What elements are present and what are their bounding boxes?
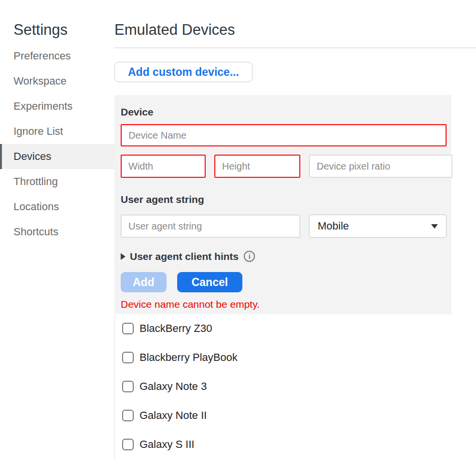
device-checkbox[interactable] [122, 352, 134, 363]
expand-right-icon [121, 253, 126, 260]
device-row: Blackberry PlayBook [115, 343, 476, 372]
device-list: BlackBerry Z30 Blackberry PlayBook Galax… [114, 314, 476, 459]
user-agent-row: Mobile [121, 215, 447, 238]
device-label: Galaxy Note 3 [140, 380, 207, 393]
device-checkbox[interactable] [122, 410, 134, 421]
width-input[interactable] [121, 155, 206, 178]
device-row: BlackBerry Z30 [115, 314, 476, 343]
device-checkbox[interactable] [122, 381, 134, 392]
device-label: Blackberry PlayBook [140, 351, 238, 364]
device-row: Galaxy Note 3 [115, 372, 476, 401]
header-divider [114, 47, 476, 48]
settings-title: Settings [14, 21, 114, 39]
user-agent-type-value: Mobile [318, 220, 349, 232]
custom-device-form: Device User agent string Mobile User age… [114, 95, 451, 314]
settings-nav: Preferences Workspace Experiments Ignore… [0, 43, 114, 244]
sidebar-item-shortcuts[interactable]: Shortcuts [0, 219, 114, 244]
device-section-label: Device [121, 106, 447, 118]
cancel-button[interactable]: Cancel [177, 272, 242, 292]
chevron-down-icon [431, 224, 438, 229]
sidebar-item-experiments[interactable]: Experiments [0, 94, 114, 119]
client-hints-toggle[interactable]: User agent client hints i [121, 250, 447, 262]
user-agent-type-select[interactable]: Mobile [309, 215, 447, 238]
add-button[interactable]: Add [121, 272, 167, 292]
validation-error-message: Device name cannot be empty. [121, 298, 447, 310]
user-agent-section-label: User agent string [121, 193, 447, 205]
sidebar-item-workspace[interactable]: Workspace [0, 69, 114, 94]
page-title: Emulated Devices [114, 21, 476, 39]
sidebar-item-preferences[interactable]: Preferences [0, 43, 114, 69]
device-checkbox[interactable] [122, 439, 134, 450]
form-buttons-row: Add Cancel [121, 272, 447, 292]
device-row: Galaxy S III [115, 430, 476, 459]
settings-sidebar: Settings Preferences Workspace Experimen… [0, 0, 114, 459]
emulated-devices-panel: Emulated Devices Add custom device... De… [114, 0, 476, 459]
sidebar-item-throttling[interactable]: Throttling [0, 169, 114, 194]
device-label: BlackBerry Z30 [140, 322, 212, 335]
info-icon[interactable]: i [244, 251, 255, 262]
user-agent-string-input[interactable] [121, 215, 300, 238]
device-label: Galaxy Note II [140, 409, 207, 422]
sidebar-item-devices[interactable]: Devices [0, 144, 114, 169]
height-input[interactable] [214, 155, 300, 178]
device-label: Galaxy S III [140, 438, 195, 451]
device-pixel-ratio-input[interactable] [309, 155, 452, 178]
device-checkbox[interactable] [122, 323, 134, 334]
sidebar-item-ignore-list[interactable]: Ignore List [0, 119, 114, 144]
add-custom-device-button[interactable]: Add custom device... [114, 62, 252, 82]
device-name-input[interactable] [121, 124, 447, 146]
dimensions-row [121, 155, 447, 178]
device-row: Galaxy Note II [115, 401, 476, 430]
sidebar-item-locations[interactable]: Locations [0, 194, 114, 219]
client-hints-label: User agent client hints [130, 250, 238, 262]
